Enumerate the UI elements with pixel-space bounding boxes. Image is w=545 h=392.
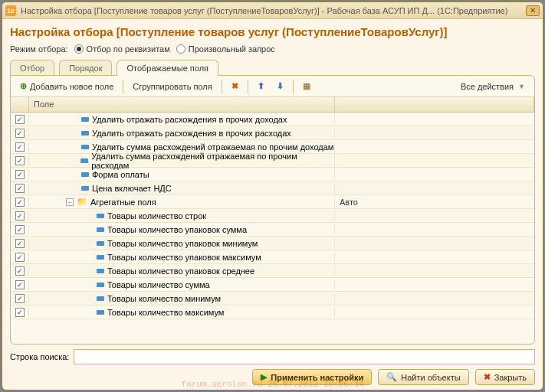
row-label: Агрегатные поля <box>90 198 156 207</box>
delete-button[interactable]: ✖ <box>227 80 243 93</box>
arrow-down-icon: ⬇ <box>277 81 284 91</box>
table-row[interactable]: ✓Удалить сумма расхождений отражаемая по… <box>11 154 534 168</box>
table-row[interactable]: ✓Цена включает НДС <box>11 181 534 195</box>
row-checkbox[interactable]: ✓ <box>15 184 25 193</box>
close-button[interactable]: ✖ Закрыть <box>475 369 535 385</box>
find-label: Найти объекты <box>401 373 460 382</box>
grid-header: Поле <box>11 97 534 113</box>
row-label: Товары количество минимум <box>107 294 221 303</box>
table-row[interactable]: ✓Товары количество строк <box>11 209 534 223</box>
separator <box>123 80 123 93</box>
find-objects-button[interactable]: 🔍 Найти объекты <box>378 369 468 385</box>
row-label: Удалить отражать расхождения в прочих до… <box>92 115 287 124</box>
field-icon <box>80 158 88 163</box>
play-icon: ▶ <box>261 372 267 382</box>
row-checkbox[interactable]: ✓ <box>15 294 25 303</box>
collapse-icon[interactable]: − <box>66 198 74 206</box>
table-row[interactable]: ✓Товары количество минимум <box>11 292 534 305</box>
search-icon: 🔍 <box>386 372 397 382</box>
plus-icon: ⊕ <box>20 81 27 91</box>
row-checkbox[interactable]: ✓ <box>15 129 25 138</box>
table-row[interactable]: ✓Товары количество упаковок сумма <box>11 223 534 237</box>
field-icon <box>97 241 104 246</box>
row-checkbox[interactable]: ✓ <box>15 115 25 124</box>
row-checkbox[interactable]: ✓ <box>15 308 25 317</box>
group-fields-button[interactable]: Сгруппировать поля <box>128 80 216 93</box>
row-checkbox[interactable]: ✓ <box>15 239 25 248</box>
row-checkbox[interactable]: ✓ <box>15 211 25 220</box>
field-icon <box>97 283 104 287</box>
move-up-button[interactable]: ⬆ <box>253 80 269 93</box>
extra-icon: ▦ <box>303 81 310 91</box>
all-actions-menu[interactable]: Все действия ▼ <box>456 80 530 93</box>
row-label: Товары количество упаковок сумма <box>107 225 247 234</box>
app-icon: 1c <box>5 5 16 16</box>
row-checkbox[interactable]: ✓ <box>15 156 25 165</box>
row-checkbox[interactable]: ✓ <box>15 253 25 262</box>
window-title: Настройка отбора [Поступление товаров ус… <box>21 6 521 15</box>
table-row[interactable]: ✓−📁Агрегатные поляАвто <box>11 195 534 209</box>
apply-button[interactable]: ▶ Применить настройки <box>252 369 372 385</box>
separator <box>248 80 248 93</box>
table-row[interactable]: ✓Товары количество максимум <box>11 305 534 319</box>
radio-by-requisites[interactable]: Отбор по реквизитам <box>74 44 170 54</box>
row-label: Товары количество максимум <box>107 308 224 317</box>
mode-label: Режим отбора: <box>10 44 68 54</box>
radio-custom-query[interactable]: Произвольный запрос <box>176 44 275 54</box>
row-label: Товары количество упаковок минимум <box>107 239 258 248</box>
row-checkbox[interactable]: ✓ <box>15 266 25 276</box>
field-icon <box>81 131 89 136</box>
row-checkbox[interactable]: ✓ <box>15 142 25 152</box>
search-label: Строка поиска: <box>10 352 69 361</box>
search-row: Строка поиска: <box>10 349 535 364</box>
radio-dot-icon <box>74 44 84 54</box>
col-field[interactable]: Поле <box>29 97 335 112</box>
tab-selection[interactable]: Отбор <box>10 60 54 76</box>
row-checkbox[interactable]: ✓ <box>15 280 25 289</box>
table-row[interactable]: ✓Удалить отражать расхождения в прочих д… <box>11 113 534 126</box>
row-checkbox[interactable]: ✓ <box>15 225 25 234</box>
group-fields-label: Сгруппировать поля <box>133 82 212 91</box>
row-label: Удалить сумма расхождений отражаемая по … <box>92 142 333 152</box>
field-icon <box>81 172 89 177</box>
x-icon: ✖ <box>231 81 238 91</box>
extra-button[interactable]: ▦ <box>298 80 315 93</box>
chevron-down-icon: ▼ <box>518 83 525 90</box>
folder-icon: 📁 <box>77 197 87 207</box>
row-label: Цена включает НДС <box>92 184 172 193</box>
grid: Поле ✓Удалить отражать расхождения в про… <box>11 97 534 344</box>
row-checkbox[interactable]: ✓ <box>15 198 25 207</box>
field-icon <box>97 214 104 218</box>
table-row[interactable]: ✓Удалить отражать расхождения в прочих р… <box>11 126 534 140</box>
col-checkbox[interactable] <box>11 97 29 112</box>
tab-order[interactable]: Порядок <box>59 60 112 76</box>
row-checkbox[interactable]: ✓ <box>15 170 25 179</box>
radio-label: Произвольный запрос <box>189 44 275 54</box>
table-row[interactable]: ✓Товары количество упаковок максимум <box>11 250 534 264</box>
page-title: Настройка отбора [Поступление товаров ус… <box>10 25 535 38</box>
titlebar[interactable]: 1c Настройка отбора [Поступление товаров… <box>2 2 543 19</box>
panel: ⊕ Добавить новое поле Сгруппировать поля… <box>10 75 535 345</box>
row-label: Товары количество строк <box>107 211 206 220</box>
field-icon <box>97 269 104 273</box>
table-row[interactable]: ✓Товары количество сумма <box>11 278 534 292</box>
col-auto[interactable] <box>335 97 534 112</box>
move-down-button[interactable]: ⬇ <box>272 80 288 93</box>
table-row[interactable]: ✓Товары количество упаковок минимум <box>11 237 534 250</box>
table-row[interactable]: ✓Товары количество упаковок среднее <box>11 264 534 278</box>
field-icon <box>97 310 104 315</box>
search-input[interactable] <box>74 349 535 364</box>
all-actions-label: Все действия <box>461 82 514 91</box>
table-row[interactable]: ✓Форма оплаты <box>11 168 534 181</box>
field-icon <box>81 145 89 149</box>
grid-body[interactable]: ✓Удалить отражать расхождения в прочих д… <box>11 113 534 344</box>
tab-displayed-fields[interactable]: Отображаемые поля <box>117 60 218 76</box>
window-close-button[interactable]: ✕ <box>526 5 540 16</box>
row-label: Форма оплаты <box>92 170 149 179</box>
toolbar: ⊕ Добавить новое поле Сгруппировать поля… <box>11 76 534 97</box>
field-icon <box>97 255 104 260</box>
row-auto: Авто <box>335 198 534 207</box>
arrow-up-icon: ⬆ <box>258 81 264 91</box>
add-field-button[interactable]: ⊕ Добавить новое поле <box>15 80 118 93</box>
row-label: Товары количество упаковок максимум <box>107 253 261 262</box>
